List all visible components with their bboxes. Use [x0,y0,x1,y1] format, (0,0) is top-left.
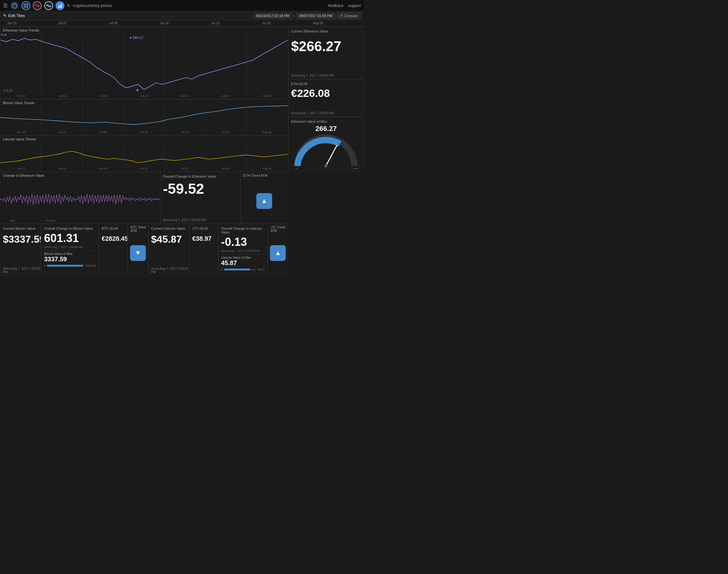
overall-btc-tile: Overall Change in Bitcoin Value 601.31 S… [41,224,99,276]
row4: Change in Ethereum Value JulyAugust Over… [0,172,288,224]
ltc-chart-dates: Jun 25Jul 02Jul 09Jul 16Jul 23Jul 30Aug … [0,167,288,170]
support-link[interactable]: support [348,3,361,8]
eth-trends-tile: Ethereum Value Trends ● 266.27 133.23 ▲ … [0,27,288,99]
eth-max-tile: Ethereum Value of Max 266.27 0 407 [288,117,364,172]
app-title-text: cryptocurrency prices [73,3,112,8]
svg-line-13 [326,146,337,166]
ltc-trend-atm-tile: LTC Trend ATM [268,224,288,276]
date-range: 06/23/2017 02:18 PM : 08/07/2017 01:59 P… [253,13,361,18]
change-eth-title: Change in Ethereum Value [0,172,47,179]
svg-text:0: 0 [296,168,298,169]
right-col-top: Current Ethereum Value $266.27 Since Aug… [288,27,364,172]
time-label-jul02: Jul 02 [58,22,67,25]
eth-trend-atm-button[interactable] [256,193,272,209]
svg-point-0 [12,3,17,8]
ltc-eur-title: LTC+EUR [192,227,215,230]
current-eth-value: $266.27 [291,39,361,53]
overall-eth-since: Since Aug 7, 2017 1:59:00 PM [163,218,205,222]
btc-bar-min: 0 [44,264,45,267]
time-label-jul09: Jul 09 [109,22,118,25]
time-label-aug06: Aug 06 [313,22,323,25]
svg-rect-6 [61,4,62,8]
pencil-icon: ✎ [3,13,7,18]
current-ltc-value: $45.87 [151,234,187,245]
ltc-trends-tile: Litecoin Value Trends Jun 25Jul 02Jul 09… [0,135,288,172]
current-ltc-tile: Current Litecoin Value $45.87 Since Aug … [148,224,189,276]
btc-trend-atm-tile: BTC Trend ATM ▼ [127,224,148,276]
overall-ltc-title: Overall Change in Litecoin Value [221,227,265,234]
top-nav: ☰ [0,0,364,11]
btc-max-title: Bitcoin Value of Max [44,252,96,256]
svg-point-3 [27,4,28,5]
ltc-bar-min: 0 [221,268,223,271]
menu-icon[interactable]: ☰ [3,3,8,8]
edit-tiles-button[interactable]: ✎ Edit Tiles [3,13,25,18]
overall-eth-tile: Overall Change in Ethereum Value -59.52 … [160,172,240,224]
ltc-trend-atm-button[interactable] [270,245,286,261]
btc-progress-fill [47,265,83,266]
main-content: Ethereum Value Trends ● 266.27 133.23 ▲ … [0,27,364,287]
ltc-bar-container: 0 56.57 [221,268,265,271]
btc-trends-tile: Bitcoin Value Trends Jun 25Jul 02Jul 09J… [0,99,288,135]
ltc-eur-value: €38.97 [192,235,215,242]
ltc-max-title: Litecoin Value of Max [221,256,265,259]
change-eth-svg [0,178,160,222]
row5: Current Bitcoin Value $3337.59 Since Aug… [0,224,288,276]
overall-btc-since: Since Aug 7, 2017 1:59:00 PM [44,246,96,249]
current-btc-title: Current Bitcoin Value [3,227,38,230]
eth-eur-value: €226.08 [291,87,361,99]
btc-max-value: 3337.59 [44,256,96,263]
tab-wave1-icon[interactable] [33,1,42,10]
svg-rect-4 [58,6,59,8]
btc-bar-container: 0 3424.94 [44,264,96,267]
current-btc-value: $3337.59 [3,234,38,245]
ltc-trend-atm-title: LTC Trend ATM [271,226,288,233]
overall-btc-value: 601.31 [44,232,96,245]
overall-ltc-tile: Overall Change in Litecoin Value -0.13 S… [218,224,268,276]
nav-left: ☰ [3,1,112,10]
time-label-jul23: Jul 23 [211,22,220,25]
current-eth-title: Current Ethereum Value [291,29,361,33]
ltc-max-value: 45.87 [221,259,265,266]
current-ltc-title: Current Litecoin Value [151,227,187,230]
overall-btc-title: Overall Change in Bitcoin Value [44,227,96,230]
compare-label: Compare [344,14,358,18]
time-label-jun25: Jun 25 [7,22,17,25]
btc-eur-title: BTC+EUR [102,227,125,230]
app-icon[interactable] [10,1,19,10]
tab-instagram-icon[interactable] [22,1,30,10]
current-btc-tile: Current Bitcoin Value $3337.59 Since Aug… [0,224,41,276]
eth-trend-atm-title: ETH Trend ATM [243,173,268,177]
tab-wave2-icon[interactable] [44,1,53,10]
ltc-bar-max: 56.57 [258,268,265,271]
btc-chart-svg [0,105,288,133]
svg-point-2 [25,5,27,7]
feedback-link[interactable]: feedback [328,3,343,8]
ltc-progress-bg [224,269,256,271]
date-end-button[interactable]: 08/07/2017 01:59 PM [297,13,335,18]
eth-trends-title: Ethereum Value Trends [0,27,42,34]
compare-button[interactable]: ↺ Compare [337,13,361,18]
date-start-button[interactable]: 06/23/2017 02:18 PM [253,13,292,18]
current-eth-tile: Current Ethereum Value $266.27 Since Aug… [288,27,364,79]
ltc-trends-title: Litecoin Value Trends [0,136,39,142]
ltc-progress-fill [224,269,250,271]
current-btc-since: Since Aug 7, 2017 1:59:00 PM [3,267,41,274]
overall-eth-title: Overall Change in Ethereum Value [163,174,237,178]
ltc-max-section: Litecoin Value of Max 45.87 0 56.57 [221,254,265,271]
overall-ltc-value: -0.13 [221,235,265,249]
svg-rect-5 [60,5,61,8]
eth-eur-title: ETH+EUR [291,82,361,86]
tab-bar-icon[interactable] [55,1,65,10]
eth-eur-tile: ETH+EUR €226.08 Since Aug 7, 2017 1:59:0… [288,79,364,117]
overall-eth-value: -59.52 [163,181,237,196]
svg-point-14 [324,164,328,168]
current-ltc-since: Since Aug 7, 2017 1:59:00 PM [151,267,189,274]
eth-max-title: Ethereum Value of Max [291,120,361,123]
eth-max-marker: ● 266.27 [130,36,143,39]
date-separator: : [294,13,295,18]
eth-trend-atm-tile: ETH Trend ATM [240,172,288,224]
edit-tiles-label: Edit Tiles [8,13,25,18]
btc-trend-atm-button[interactable]: ▼ [130,245,146,261]
eth-chart-svg [0,33,288,95]
